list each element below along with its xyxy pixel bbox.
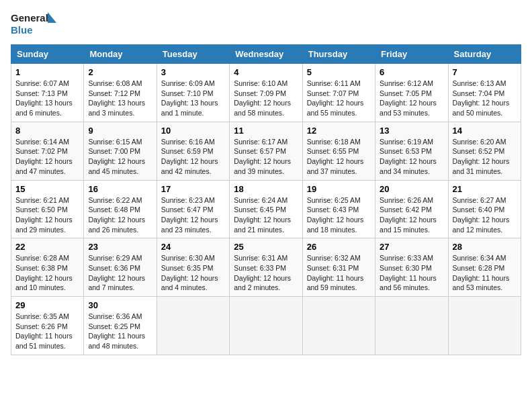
day-info: Sunrise: 6:24 AM Sunset: 6:45 PM Dayligh… bbox=[234, 195, 298, 235]
weekday-header: Thursday bbox=[302, 45, 375, 64]
logo: GeneralBlue bbox=[11, 11, 58, 38]
calendar-cell: 21Sunrise: 6:27 AM Sunset: 6:40 PM Dayli… bbox=[448, 180, 521, 238]
calendar-cell: 22Sunrise: 6:28 AM Sunset: 6:38 PM Dayli… bbox=[11, 238, 84, 297]
calendar-cell: 12Sunrise: 6:18 AM Sunset: 6:55 PM Dayli… bbox=[302, 122, 375, 180]
day-number: 2 bbox=[88, 67, 152, 77]
day-number: 14 bbox=[453, 126, 517, 136]
calendar-week-row: 29Sunrise: 6:35 AM Sunset: 6:26 PM Dayli… bbox=[11, 297, 521, 355]
day-number: 7 bbox=[453, 67, 517, 77]
weekday-header: Friday bbox=[375, 45, 448, 64]
day-info: Sunrise: 6:29 AM Sunset: 6:36 PM Dayligh… bbox=[88, 253, 152, 293]
day-number: 27 bbox=[380, 242, 443, 252]
weekday-header: Wednesday bbox=[230, 45, 302, 64]
day-info: Sunrise: 6:16 AM Sunset: 6:59 PM Dayligh… bbox=[161, 137, 225, 177]
weekday-header: Tuesday bbox=[157, 45, 229, 64]
calendar-cell: 18Sunrise: 6:24 AM Sunset: 6:45 PM Dayli… bbox=[230, 180, 302, 238]
calendar-cell: 9Sunrise: 6:15 AM Sunset: 7:00 PM Daylig… bbox=[84, 122, 157, 180]
calendar-cell: 26Sunrise: 6:32 AM Sunset: 6:31 PM Dayli… bbox=[302, 238, 375, 297]
calendar-cell bbox=[157, 297, 229, 355]
day-info: Sunrise: 6:20 AM Sunset: 6:52 PM Dayligh… bbox=[453, 137, 517, 177]
day-number: 25 bbox=[234, 242, 298, 252]
day-number: 18 bbox=[234, 184, 298, 194]
calendar-cell bbox=[448, 297, 521, 355]
day-info: Sunrise: 6:35 AM Sunset: 6:26 PM Dayligh… bbox=[15, 312, 79, 351]
day-info: Sunrise: 6:18 AM Sunset: 6:55 PM Dayligh… bbox=[307, 137, 371, 177]
calendar-cell: 23Sunrise: 6:29 AM Sunset: 6:36 PM Dayli… bbox=[84, 238, 157, 297]
weekday-header: Monday bbox=[84, 45, 157, 64]
calendar-cell: 16Sunrise: 6:22 AM Sunset: 6:48 PM Dayli… bbox=[84, 180, 157, 238]
day-number: 20 bbox=[380, 184, 443, 194]
day-info: Sunrise: 6:07 AM Sunset: 7:13 PM Dayligh… bbox=[15, 79, 79, 118]
calendar-cell: 11Sunrise: 6:17 AM Sunset: 6:57 PM Dayli… bbox=[230, 122, 302, 180]
calendar-cell: 29Sunrise: 6:35 AM Sunset: 6:26 PM Dayli… bbox=[11, 297, 84, 355]
day-info: Sunrise: 6:19 AM Sunset: 6:53 PM Dayligh… bbox=[380, 137, 443, 177]
day-info: Sunrise: 6:32 AM Sunset: 6:31 PM Dayligh… bbox=[307, 253, 371, 293]
day-info: Sunrise: 6:11 AM Sunset: 7:07 PM Dayligh… bbox=[307, 79, 371, 118]
day-info: Sunrise: 6:23 AM Sunset: 6:47 PM Dayligh… bbox=[161, 195, 225, 235]
calendar-week-row: 15Sunrise: 6:21 AM Sunset: 6:50 PM Dayli… bbox=[11, 180, 521, 238]
day-info: Sunrise: 6:10 AM Sunset: 7:09 PM Dayligh… bbox=[234, 79, 298, 118]
calendar-cell: 20Sunrise: 6:26 AM Sunset: 6:42 PM Dayli… bbox=[375, 180, 448, 238]
day-info: Sunrise: 6:28 AM Sunset: 6:38 PM Dayligh… bbox=[15, 253, 79, 293]
day-info: Sunrise: 6:27 AM Sunset: 6:40 PM Dayligh… bbox=[453, 195, 517, 235]
day-info: Sunrise: 6:30 AM Sunset: 6:35 PM Dayligh… bbox=[161, 253, 225, 293]
calendar-cell: 2Sunrise: 6:08 AM Sunset: 7:12 PM Daylig… bbox=[84, 64, 157, 122]
day-info: Sunrise: 6:22 AM Sunset: 6:48 PM Dayligh… bbox=[88, 195, 152, 235]
logo-svg: GeneralBlue bbox=[11, 11, 58, 38]
calendar-cell: 14Sunrise: 6:20 AM Sunset: 6:52 PM Dayli… bbox=[448, 122, 521, 180]
day-number: 28 bbox=[453, 242, 517, 252]
calendar-cell: 27Sunrise: 6:33 AM Sunset: 6:30 PM Dayli… bbox=[375, 238, 448, 297]
calendar-cell: 24Sunrise: 6:30 AM Sunset: 6:35 PM Dayli… bbox=[157, 238, 229, 297]
header: GeneralBlue bbox=[11, 11, 521, 38]
calendar-week-row: 1Sunrise: 6:07 AM Sunset: 7:13 PM Daylig… bbox=[11, 64, 521, 122]
day-info: Sunrise: 6:34 AM Sunset: 6:28 PM Dayligh… bbox=[453, 253, 517, 293]
calendar-cell: 15Sunrise: 6:21 AM Sunset: 6:50 PM Dayli… bbox=[11, 180, 84, 238]
calendar-cell bbox=[375, 297, 448, 355]
calendar-cell: 1Sunrise: 6:07 AM Sunset: 7:13 PM Daylig… bbox=[11, 64, 84, 122]
day-number: 12 bbox=[307, 126, 371, 136]
day-info: Sunrise: 6:13 AM Sunset: 7:04 PM Dayligh… bbox=[453, 79, 517, 118]
day-info: Sunrise: 6:25 AM Sunset: 6:43 PM Dayligh… bbox=[307, 195, 371, 235]
day-info: Sunrise: 6:36 AM Sunset: 6:25 PM Dayligh… bbox=[88, 312, 152, 351]
day-number: 17 bbox=[161, 184, 225, 194]
day-number: 11 bbox=[234, 126, 298, 136]
day-number: 15 bbox=[15, 184, 79, 194]
day-info: Sunrise: 6:15 AM Sunset: 7:00 PM Dayligh… bbox=[88, 137, 152, 177]
day-number: 13 bbox=[380, 126, 443, 136]
calendar-cell bbox=[230, 297, 302, 355]
day-info: Sunrise: 6:33 AM Sunset: 6:30 PM Dayligh… bbox=[380, 253, 443, 293]
day-number: 29 bbox=[15, 300, 79, 310]
day-info: Sunrise: 6:12 AM Sunset: 7:05 PM Dayligh… bbox=[380, 79, 443, 118]
calendar-cell bbox=[302, 297, 375, 355]
day-number: 23 bbox=[88, 242, 152, 252]
calendar-week-row: 22Sunrise: 6:28 AM Sunset: 6:38 PM Dayli… bbox=[11, 238, 521, 297]
weekday-header: Saturday bbox=[448, 45, 521, 64]
calendar-cell: 8Sunrise: 6:14 AM Sunset: 7:02 PM Daylig… bbox=[11, 122, 84, 180]
calendar-header-row: SundayMondayTuesdayWednesdayThursdayFrid… bbox=[11, 45, 521, 64]
calendar-cell: 7Sunrise: 6:13 AM Sunset: 7:04 PM Daylig… bbox=[448, 64, 521, 122]
day-number: 21 bbox=[453, 184, 517, 194]
day-number: 6 bbox=[380, 67, 443, 77]
calendar-cell: 5Sunrise: 6:11 AM Sunset: 7:07 PM Daylig… bbox=[302, 64, 375, 122]
day-info: Sunrise: 6:21 AM Sunset: 6:50 PM Dayligh… bbox=[15, 195, 79, 235]
calendar-cell: 4Sunrise: 6:10 AM Sunset: 7:09 PM Daylig… bbox=[230, 64, 302, 122]
calendar-cell: 13Sunrise: 6:19 AM Sunset: 6:53 PM Dayli… bbox=[375, 122, 448, 180]
day-number: 4 bbox=[234, 67, 298, 77]
day-info: Sunrise: 6:17 AM Sunset: 6:57 PM Dayligh… bbox=[234, 137, 298, 177]
calendar-cell: 28Sunrise: 6:34 AM Sunset: 6:28 PM Dayli… bbox=[448, 238, 521, 297]
day-info: Sunrise: 6:14 AM Sunset: 7:02 PM Dayligh… bbox=[15, 137, 79, 177]
calendar-table: SundayMondayTuesdayWednesdayThursdayFrid… bbox=[11, 44, 521, 355]
day-number: 24 bbox=[161, 242, 225, 252]
day-number: 1 bbox=[15, 67, 79, 77]
svg-text:General: General bbox=[11, 12, 48, 24]
svg-text:Blue: Blue bbox=[11, 24, 33, 36]
day-number: 5 bbox=[307, 67, 371, 77]
day-number: 16 bbox=[88, 184, 152, 194]
day-number: 10 bbox=[161, 126, 225, 136]
calendar-cell: 19Sunrise: 6:25 AM Sunset: 6:43 PM Dayli… bbox=[302, 180, 375, 238]
calendar-cell: 10Sunrise: 6:16 AM Sunset: 6:59 PM Dayli… bbox=[157, 122, 229, 180]
svg-marker-2 bbox=[48, 12, 56, 23]
day-number: 3 bbox=[161, 67, 225, 77]
day-info: Sunrise: 6:31 AM Sunset: 6:33 PM Dayligh… bbox=[234, 253, 298, 293]
day-number: 19 bbox=[307, 184, 371, 194]
